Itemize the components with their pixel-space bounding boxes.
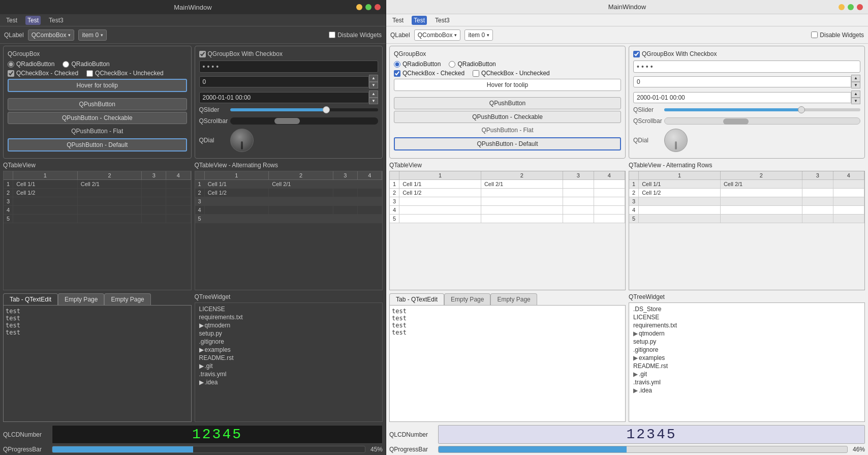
right-combo1[interactable]: QComboBox ▾ <box>414 29 461 41</box>
minimize-btn[interactable] <box>356 4 362 10</box>
table-row[interactable]: 3 <box>629 197 864 206</box>
right-radio2[interactable]: QRadioButton <box>449 60 495 68</box>
left-textedit[interactable]: test test test test <box>4 306 191 421</box>
list-item[interactable]: setup.py <box>197 329 381 338</box>
right-check2-input[interactable] <box>473 70 479 77</box>
right-datetime[interactable] <box>633 92 851 103</box>
maximize-btn[interactable] <box>365 4 371 10</box>
list-item[interactable]: ▶.idea <box>197 378 381 386</box>
right-gb-checkbox[interactable] <box>633 51 640 57</box>
right-datetime-down[interactable]: ▼ <box>851 98 860 105</box>
right-textedit[interactable]: test test test test <box>390 306 625 421</box>
left-scrollbar-track[interactable] <box>230 117 379 125</box>
table-row[interactable]: 4 <box>4 206 191 215</box>
right-disable-label[interactable]: Disable Widgets <box>811 32 864 39</box>
left-menu-test1[interactable]: Test <box>4 16 19 25</box>
right-datetime-up[interactable]: ▲ <box>851 90 860 98</box>
list-item[interactable]: ▶.idea <box>631 386 862 395</box>
left-combo1[interactable]: QComboBox ▾ <box>28 29 75 41</box>
list-item[interactable]: .travis.yml <box>631 378 862 386</box>
left-pushbutton-default[interactable]: QPushButton - Default <box>8 138 187 151</box>
left-pushbutton-flat[interactable]: QPushButton - Flat <box>8 126 187 137</box>
right-menu-test2[interactable]: Test <box>412 16 427 25</box>
left-slider-track[interactable] <box>230 108 379 111</box>
left-datetime[interactable] <box>199 92 369 103</box>
right-dial-knob[interactable] <box>664 129 688 152</box>
right-hover-tooltip-btn[interactable]: Hover for toolip <box>394 79 621 91</box>
left-spinbox-down[interactable]: ▼ <box>369 82 378 89</box>
right-check1-input[interactable] <box>394 70 400 77</box>
left-combo2[interactable]: item 0 ▾ <box>78 29 107 41</box>
left-table1-container[interactable]: 1 2 3 4 1Cell 1/1Cell 2/1 2Cell 1/2 <box>3 171 192 290</box>
left-check1[interactable]: QCheckBox - Checked <box>8 70 78 77</box>
table-row[interactable]: 1Cell 1/1Cell 2/1 <box>4 180 191 189</box>
right-tab-textedit[interactable]: Tab - QTextEdit <box>389 293 444 305</box>
left-datetime-down[interactable]: ▼ <box>369 98 378 105</box>
right-menu-test3[interactable]: Test3 <box>433 16 452 25</box>
left-disable-checkbox[interactable] <box>329 32 335 38</box>
table-row[interactable]: 1Cell 1/1Cell 2/1 <box>629 180 864 189</box>
list-item[interactable]: .travis.yml <box>197 370 381 378</box>
left-datetime-up[interactable]: ▲ <box>369 90 378 98</box>
table-row[interactable]: 5 <box>195 215 382 223</box>
right-disable-checkbox[interactable] <box>811 32 818 38</box>
list-item[interactable]: requirements.txt <box>631 321 862 329</box>
right-check2[interactable]: QCheckBox - Unchecked <box>473 70 550 77</box>
left-password-field[interactable] <box>199 60 379 73</box>
table-row[interactable]: 2Cell 1/2 <box>4 189 191 197</box>
left-radio2[interactable]: QRadioButton <box>63 60 109 68</box>
table-row[interactable]: 4 <box>629 206 864 215</box>
list-item[interactable]: setup.py <box>631 338 862 346</box>
left-spinbox-up[interactable]: ▲ <box>369 75 378 82</box>
left-hover-tooltip-btn[interactable]: Hover for toolip <box>8 79 187 92</box>
table-row[interactable]: 5 <box>390 215 625 223</box>
list-item[interactable]: LICENSE <box>631 313 862 321</box>
left-spinbox[interactable] <box>199 76 369 87</box>
table-row[interactable]: 5 <box>4 215 191 223</box>
table-row[interactable]: 4 <box>390 206 625 215</box>
list-item[interactable]: ▶.git <box>631 370 862 378</box>
right-spinbox-up[interactable]: ▲ <box>851 75 860 82</box>
left-pushbutton-checkable[interactable]: QPushButton - Checkable <box>8 112 187 124</box>
list-item[interactable]: ▶.git <box>197 362 381 370</box>
right-tab-empty2[interactable]: Empty Page <box>490 293 537 305</box>
list-item[interactable]: ▶qtmodern <box>631 329 862 338</box>
right-radio1[interactable]: QRadioButton <box>394 60 441 68</box>
left-check2[interactable]: QCheckBox - Unchecked <box>86 70 164 77</box>
list-item[interactable]: .DS_Store <box>631 305 862 313</box>
table-row[interactable]: 2Cell 1/2 <box>629 189 864 197</box>
right-spinbox[interactable] <box>633 76 851 87</box>
right-table1-container[interactable]: 1 2 3 4 1Cell 1/1Cell 2/1 2Cell 1/2 <box>389 171 626 290</box>
left-menu-test2[interactable]: Test <box>25 16 41 25</box>
list-item[interactable]: README.rst <box>631 362 862 370</box>
left-pushbutton[interactable]: QPushButton <box>8 98 187 110</box>
left-check2-input[interactable] <box>86 70 93 77</box>
right-password-field[interactable] <box>633 60 860 73</box>
left-tree-container[interactable]: LICENSE requirements.txt ▶qtmodern setup… <box>195 302 383 422</box>
list-item[interactable]: LICENSE <box>197 305 381 313</box>
list-item[interactable]: ▶examples <box>631 354 862 362</box>
right-radio2-input[interactable] <box>449 61 455 68</box>
table-row[interactable]: 3 <box>195 197 382 206</box>
left-radio1[interactable]: QRadioButton <box>8 60 54 68</box>
table-row[interactable]: 1Cell 1/1Cell 2/1 <box>195 180 382 189</box>
table-row[interactable]: 2Cell 1/2 <box>390 189 625 197</box>
right-combo2[interactable]: item 0 ▾ <box>464 29 493 41</box>
list-item[interactable]: requirements.txt <box>197 313 381 321</box>
right-spinbox-down[interactable]: ▼ <box>851 82 860 89</box>
table-row[interactable]: 1Cell 1/1Cell 2/1 <box>390 180 625 189</box>
right-pushbutton-default[interactable]: QPushButton - Default <box>394 137 621 150</box>
right-check1[interactable]: QCheckBox - Checked <box>394 70 464 77</box>
close-btn[interactable] <box>375 4 381 10</box>
right-scrollbar-thumb[interactable] <box>723 118 749 125</box>
right-tree-container[interactable]: .DS_Store LICENSE requirements.txt ▶qtmo… <box>629 302 865 422</box>
left-radio1-input[interactable] <box>8 61 14 68</box>
left-check1-input[interactable] <box>8 70 14 77</box>
list-item[interactable]: README.rst <box>197 354 381 362</box>
table-row[interactable]: 2Cell 1/2 <box>195 189 382 197</box>
list-item[interactable]: .gitignore <box>631 346 862 354</box>
right-maximize-btn[interactable] <box>848 4 854 10</box>
right-pushbutton-checkable[interactable]: QPushButton - Checkable <box>394 111 621 123</box>
left-radio2-input[interactable] <box>63 61 69 68</box>
right-table2-container[interactable]: 1 2 3 4 1Cell 1/1Cell 2/1 2Cell 1/2 <box>629 171 865 290</box>
